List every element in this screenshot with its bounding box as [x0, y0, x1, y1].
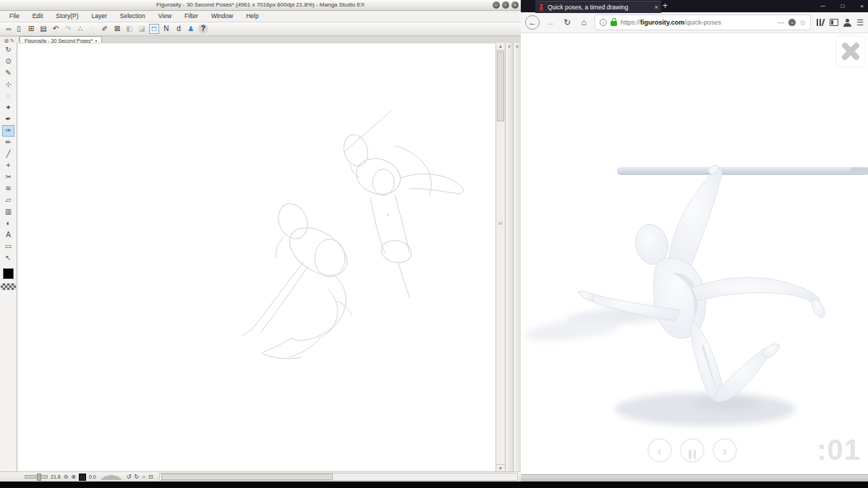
marker-tool[interactable]: ✑ [2, 125, 14, 137]
dissolve-selection-icon[interactable]: ∴ [75, 24, 85, 34]
brush-tool[interactable]: ✏ [2, 137, 14, 148]
reference-figure-icon[interactable]: ♟ [186, 24, 196, 34]
zoom-slider[interactable] [25, 475, 48, 479]
next-pose-button[interactable]: › [712, 438, 737, 463]
help-icon[interactable]: ? [198, 24, 208, 34]
reload-icon[interactable]: ↻ [561, 15, 573, 30]
pattern-swatch[interactable] [1, 283, 16, 290]
collapsed-panel-strip-1[interactable]: « [505, 43, 513, 472]
sidebar-toggle-icon[interactable] [830, 19, 838, 26]
canvas-vertical-scrollbar[interactable]: ▲ ▼ [495, 43, 505, 472]
tone-tool[interactable]: ▥ [2, 206, 14, 218]
https-lock-icon[interactable] [610, 21, 617, 26]
close-pose-overlay-button[interactable] [836, 36, 865, 67]
pen-tool[interactable]: ✒ [2, 114, 14, 125]
open-icon[interactable]: ⊞ [26, 24, 36, 34]
scroll-up-icon[interactable]: ▲ [496, 43, 505, 51]
app-titlebar[interactable]: Figurosity - 30 Second Poses* (4961 x 70… [0, 0, 521, 11]
panel-collapse-icon[interactable]: « [516, 44, 519, 49]
menu-selection[interactable]: Selection [114, 11, 152, 22]
zoom-slider-thumb[interactable] [37, 474, 41, 481]
pocket-icon[interactable]: ⌄ [788, 19, 796, 26]
previous-pose-button[interactable]: ‹ [647, 438, 672, 463]
text-tool[interactable]: A [2, 229, 14, 241]
vertical-scroll-thumb[interactable] [497, 51, 504, 121]
sketch-figure-right [341, 111, 464, 298]
drooping-hand [812, 299, 825, 318]
collapsed-panel-strip-2[interactable]: « [513, 43, 521, 472]
navigator-icon[interactable]: ⊡ [148, 473, 153, 481]
menu-file[interactable]: File [3, 11, 26, 22]
eyedropper-tool[interactable]: ✎ [2, 67, 14, 79]
forward-icon[interactable]: → [545, 15, 556, 30]
zoom-out-icon[interactable]: ⊖ [64, 473, 69, 481]
gesture-sketches [17, 43, 496, 472]
magic-wand-tool[interactable]: ✦ [2, 102, 14, 114]
save-icon[interactable]: ▤ [38, 24, 48, 34]
snap-n-icon[interactable]: N [161, 24, 171, 34]
zoom-in-icon[interactable]: ⊕ [71, 473, 76, 481]
menu-edit[interactable]: Edit [26, 11, 50, 22]
transform-icon[interactable]: ⊠ [112, 24, 122, 34]
menu-help[interactable]: Help [239, 11, 265, 22]
tab-close-icon[interactable]: × [655, 4, 658, 11]
fill-tool[interactable]: ◐ [2, 218, 14, 229]
foreground-color-swatch[interactable] [3, 268, 14, 279]
add-point-tool[interactable]: + [2, 160, 14, 171]
menu-bar: FileEditStory(P)LayerSelectionViewFilter… [0, 11, 521, 22]
minimize-icon[interactable]: ─ [821, 0, 825, 12]
browser-tab[interactable]: Quick poses, a timed drawing × [535, 1, 661, 13]
line-tool[interactable]: ╱ [2, 148, 14, 160]
menu-layer[interactable]: Layer [85, 11, 114, 22]
rotate-ccw-icon[interactable]: ↺ [127, 473, 132, 481]
new-tab-icon[interactable]: + [663, 0, 668, 12]
menu-view[interactable]: View [152, 11, 178, 22]
url-path: /quick-poses [684, 19, 721, 26]
zoom-tool[interactable]: ⊙ [2, 56, 14, 67]
menu-storyp[interactable]: Story(P) [49, 11, 85, 22]
horizontal-scroll-thumb[interactable] [161, 474, 333, 480]
home-icon[interactable]: ⌂ [578, 15, 590, 30]
pause-button[interactable] [680, 438, 705, 463]
library-icon[interactable] [816, 18, 825, 27]
zoom-value: 21.8 [51, 474, 61, 479]
rotation-slider[interactable] [99, 474, 124, 480]
undo-icon[interactable]: ↶ [51, 24, 61, 34]
scissors-tool[interactable]: ✂ [2, 171, 14, 183]
snap-d-icon[interactable]: d [174, 24, 184, 34]
boundary-icon[interactable]: □ [149, 24, 159, 34]
pen-correction-icon[interactable]: ✐ [100, 24, 110, 34]
airbrush-tool[interactable]: ≋ [2, 183, 14, 194]
account-icon[interactable] [843, 19, 851, 27]
rotate-canvas-tool[interactable]: ↻ [2, 44, 14, 56]
move-tool[interactable]: ⊹ [2, 79, 14, 90]
lasso-tool[interactable]: ◌ [2, 90, 14, 102]
panel-collapse-icon[interactable]: « [508, 44, 511, 49]
canvas-horizontal-scrollbar[interactable] [159, 473, 518, 481]
reset-rotation-icon[interactable]: ○ [142, 473, 145, 481]
address-bar[interactable]: i https://figurosity.com/quick-poses ⋯ ⌄… [595, 14, 811, 30]
shape-tool[interactable]: ▭ [2, 241, 14, 252]
maximize-icon[interactable]: □ [841, 0, 844, 12]
close-icon[interactable]: × [511, 1, 519, 9]
url-text[interactable]: https://figurosity.com/quick-poses [621, 19, 774, 26]
minimize-icon[interactable]: ─ [493, 1, 500, 9]
menu-filter[interactable]: Filter [178, 11, 205, 22]
bookmark-star-icon[interactable]: ☆ [799, 19, 806, 27]
new-page-icon[interactable]: ▯ [14, 24, 24, 34]
toolbar-collapse-icon[interactable]: «» [0, 26, 14, 33]
hamburger-menu-icon[interactable]: ☰ [856, 18, 864, 27]
menu-window[interactable]: Window [205, 11, 239, 22]
close-icon[interactable]: × [860, 0, 864, 12]
extended-arm [692, 278, 820, 304]
site-info-icon[interactable]: i [600, 19, 607, 26]
fit-canvas-icon[interactable] [79, 474, 86, 481]
rotate-cw-icon[interactable]: ↻ [134, 473, 139, 481]
object-select-tool[interactable]: ↖ [2, 252, 14, 264]
drawing-canvas[interactable] [17, 43, 496, 472]
back-icon[interactable]: ← [525, 15, 540, 30]
restore-icon[interactable]: ▫ [502, 1, 509, 9]
page-actions-icon[interactable]: ⋯ [778, 19, 785, 27]
window-controls: ─ ▫ × [493, 1, 519, 9]
eraser-tool[interactable]: ▱ [2, 194, 14, 206]
